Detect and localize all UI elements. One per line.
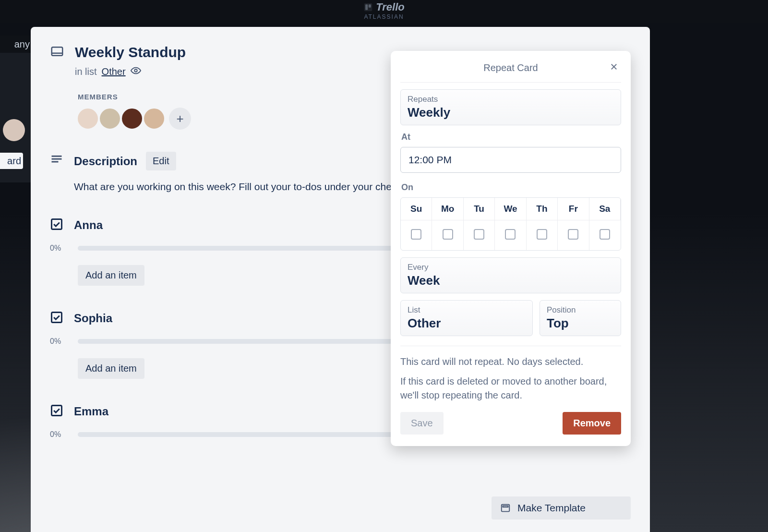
day-header: We xyxy=(495,198,526,220)
brand-name: Trello xyxy=(376,1,405,13)
description-heading: Description xyxy=(74,155,137,168)
at-time-input[interactable] xyxy=(400,147,621,173)
checklist-icon xyxy=(50,311,63,326)
progress-percent: 0% xyxy=(50,430,69,439)
remove-button[interactable]: Remove xyxy=(563,412,621,435)
in-list-prefix: in list xyxy=(75,66,97,77)
list-field[interactable]: List Other xyxy=(400,300,533,336)
close-button[interactable] xyxy=(608,60,620,75)
progress-percent: 0% xyxy=(50,244,69,253)
position-value: Top xyxy=(547,316,614,331)
top-bar: Trello ATLASSIAN xyxy=(0,0,768,23)
every-value: Week xyxy=(408,273,614,288)
member-avatar[interactable] xyxy=(77,108,99,130)
list-value: Other xyxy=(408,316,526,331)
card-subtitle: in list Other xyxy=(75,65,186,78)
every-field[interactable]: Every Week xyxy=(400,257,621,293)
add-item-button[interactable]: Add an item xyxy=(78,358,144,379)
repeat-card-popover: Repeat Card Repeats Weekly At On Su Mo T… xyxy=(391,51,631,446)
brand-sub: ATLASSIAN xyxy=(363,13,405,20)
board-card-fragment: ard xyxy=(0,153,23,169)
in-list-link[interactable]: Other xyxy=(102,66,126,77)
make-template-label: Make Template xyxy=(517,502,586,514)
day-checkbox-tu[interactable] xyxy=(474,229,484,240)
svg-point-5 xyxy=(134,69,137,72)
checklist-icon xyxy=(50,404,63,419)
template-icon xyxy=(500,503,511,513)
list-label: List xyxy=(408,305,526,315)
day-checkbox-th[interactable] xyxy=(537,229,547,240)
svg-rect-11 xyxy=(52,405,62,415)
day-header: Sa xyxy=(589,198,621,220)
svg-rect-8 xyxy=(52,161,59,163)
svg-rect-6 xyxy=(52,156,62,157)
description-icon xyxy=(50,153,63,168)
svg-rect-10 xyxy=(52,312,62,322)
add-member-button[interactable]: + xyxy=(169,108,191,130)
repeats-field[interactable]: Repeats Weekly xyxy=(400,89,621,125)
brand: Trello ATLASSIAN xyxy=(363,1,405,20)
edit-description-button[interactable]: Edit xyxy=(146,152,176,170)
card-title[interactable]: Weekly Standup xyxy=(75,44,186,60)
day-checkbox-fr[interactable] xyxy=(568,229,578,240)
day-checkbox-we[interactable] xyxy=(505,229,516,240)
repeat-warning-2: If this card is deleted or moved to anot… xyxy=(400,375,621,402)
add-item-button[interactable]: Add an item xyxy=(78,265,144,286)
on-label: On xyxy=(401,182,621,193)
svg-rect-9 xyxy=(52,219,62,229)
watch-icon[interactable] xyxy=(131,65,141,78)
checklist-icon xyxy=(50,218,63,233)
day-header: Su xyxy=(401,198,432,220)
day-header: Mo xyxy=(432,198,463,220)
divider xyxy=(400,82,621,83)
repeats-value: Weekly xyxy=(408,105,614,120)
member-avatar[interactable] xyxy=(99,108,121,130)
svg-rect-13 xyxy=(503,506,508,507)
progress-percent: 0% xyxy=(50,337,69,346)
day-checkbox-su[interactable] xyxy=(411,229,421,240)
position-label: Position xyxy=(547,305,614,315)
member-avatar[interactable] xyxy=(143,108,165,130)
close-icon xyxy=(610,62,618,71)
svg-rect-2 xyxy=(369,4,371,8)
trello-icon xyxy=(363,2,373,12)
day-checkbox-sa[interactable] xyxy=(600,229,610,240)
repeat-warning-1: This card will not repeat. No days selec… xyxy=(400,355,621,369)
day-checkbox-mo[interactable] xyxy=(443,229,453,240)
svg-rect-3 xyxy=(52,47,63,56)
day-header: Th xyxy=(527,198,558,220)
day-header: Fr xyxy=(558,198,589,220)
member-avatar[interactable] xyxy=(121,108,143,130)
card-icon xyxy=(50,44,64,60)
popover-title: Repeat Card xyxy=(483,62,538,73)
make-template-button[interactable]: Make Template xyxy=(492,496,631,520)
svg-rect-7 xyxy=(52,158,62,160)
svg-rect-1 xyxy=(365,4,368,10)
card-modal: Weekly Standup in list Other MEMBERS + xyxy=(31,27,650,532)
repeats-label: Repeats xyxy=(408,95,614,104)
every-label: Every xyxy=(408,263,614,272)
position-field[interactable]: Position Top xyxy=(540,300,621,336)
save-button[interactable]: Save xyxy=(400,412,444,435)
card-side-actions: Make Template xyxy=(492,496,631,520)
background-avatar xyxy=(3,119,25,141)
at-label: At xyxy=(401,132,621,142)
board-name-fragment: any xyxy=(0,36,33,53)
brand-logo: Trello xyxy=(363,1,405,13)
day-header: Tu xyxy=(464,198,495,220)
divider xyxy=(400,346,621,346)
days-grid: Su Mo Tu We Th Fr Sa xyxy=(400,197,621,251)
